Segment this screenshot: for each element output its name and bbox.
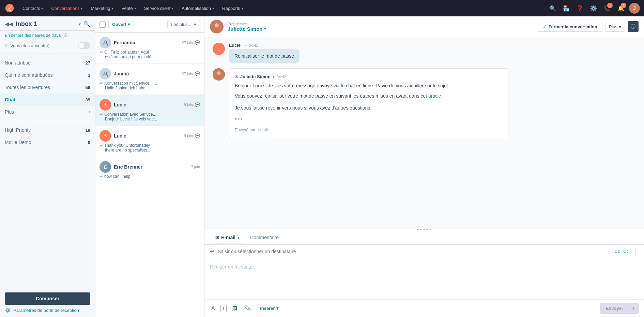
sidebar-dropdown-icon[interactable]: ▾ (79, 22, 81, 27)
notification-bell: 🔔 2 (615, 3, 626, 14)
attachment-button[interactable]: 📎 (243, 304, 252, 313)
sidebar-item-non-attribue[interactable]: Non attribué 27 (0, 57, 95, 69)
conv-avatar-janina (99, 68, 111, 80)
lucie-message-avatar: L (213, 43, 225, 55)
nav-rapports[interactable]: Rapports ▾ (219, 4, 247, 13)
email-icon: ✉ (235, 74, 238, 79)
sidebar-item-high-priority[interactable]: High Priority 18 (0, 124, 95, 136)
conv-item-lucie-2[interactable]: Lucie 9 juin 💬 ↩ Thank you. Unfortunatel… (95, 126, 204, 157)
conversation-items: Fernanda 27 juin 💬 ↩ Oi! Feliz por ajuda… (95, 33, 204, 317)
conversations-chevron-icon: ▾ (81, 6, 82, 10)
owner-label: Propriétaire (228, 22, 534, 26)
message-juliette-outgoing: ✉ Juliette Simon ▾ 04:42 Bonjour Lucie !… (213, 68, 636, 138)
sidebar-item-qui-me-sont[interactable]: Qui me sont attribuées 3 (0, 69, 95, 81)
sidebar-item-plus[interactable]: Plus › (0, 106, 95, 118)
store-button[interactable]: 🏪 (561, 3, 572, 14)
nav-automatisation[interactable]: Automatisation ▾ (178, 4, 217, 13)
text-style-button[interactable]: T (220, 305, 227, 312)
owner-name[interactable]: Juliette Simon ▾ (228, 26, 534, 32)
sidebar-section-divider (5, 121, 90, 121)
filter-button[interactable]: Ouvert ▾ (108, 20, 134, 29)
absent-row: Vous êtes absent(e) (0, 40, 95, 52)
message-lucie-incoming: L Lucie ⇒ 04:41 Réinitialiser le mot de … (213, 43, 636, 63)
user-avatar[interactable]: J (629, 3, 640, 14)
compose-button[interactable]: Composer (5, 292, 90, 305)
svg-point-4 (105, 103, 106, 105)
juliette-email-body: Bonjour Lucie ! Je vois votre message en… (235, 82, 503, 124)
sidebar-item-chat[interactable]: Chat 39 (0, 93, 95, 106)
conv-item-fernanda[interactable]: Fernanda 27 juin 💬 ↩ Oi! Feliz por ajuda… (95, 33, 204, 64)
send-button[interactable]: Envoyer (600, 303, 629, 314)
marketing-chevron-icon: ▾ (112, 6, 113, 10)
chat-icon-lucie-1: 💬 (195, 102, 200, 107)
sort-chevron-icon: ▾ (194, 22, 196, 27)
compose-recipient-row: ↩ Cc Cci ⋮ (204, 245, 644, 258)
subtitle-info-icon[interactable]: ⓘ (64, 33, 67, 38)
search-button[interactable]: 🔍 (547, 3, 558, 14)
sidebar-divider-1 (0, 54, 95, 54)
settings-button[interactable]: ⚙️ (588, 3, 599, 14)
article-link[interactable]: article (428, 93, 441, 99)
help-button[interactable]: ❓ (574, 3, 585, 14)
reply-icon: ↩ (210, 248, 214, 255)
nav-service-client[interactable]: Service client ▾ (141, 4, 177, 13)
sidebar-search-button[interactable]: 🔍 (83, 21, 90, 27)
conv-list-header: Ouvert ▾ Les plus ... ▾ (95, 16, 204, 33)
send-area: Envoyer ▾ (600, 303, 639, 314)
chat-icon-fernanda: 💬 (195, 40, 200, 45)
sidebar-item-mollie-demo[interactable]: Mollie Demo 0 (0, 136, 95, 148)
compose-more-options-icon[interactable]: ⋮ (633, 248, 639, 255)
text-format-button[interactable]: A (210, 304, 216, 313)
conv-item-lucie-1[interactable]: Lucie 9 juin 💬 ↩ Conversation avec Seriv… (95, 95, 204, 126)
svg-point-6 (105, 134, 106, 136)
juliette-avatar (210, 20, 224, 33)
compose-tab-email[interactable]: ✉ E-mail ▾ (210, 231, 245, 244)
send-dropdown-button[interactable]: ▾ (629, 303, 639, 314)
sort-button[interactable]: Les plus ... ▾ (167, 20, 200, 29)
email-expand-dots[interactable]: ••• (235, 114, 503, 124)
vente-chevron-icon: ▾ (134, 6, 136, 10)
info-button[interactable]: ⓘ (628, 21, 639, 32)
nav-marketing[interactable]: Marketing ▾ (87, 4, 117, 13)
image-button[interactable]: 🖼 (231, 304, 239, 313)
nav-contacts[interactable]: Contacts ▾ (19, 4, 46, 13)
insert-chevron-icon: ▾ (276, 306, 279, 311)
select-all-checkbox[interactable] (99, 21, 106, 28)
conversation-header-actions: ✓ Fermer la conversation Plus ▾ ⓘ (538, 21, 639, 32)
conv-item-eric[interactable]: E Eric Brenner 7 juin ↩ how can i help (95, 157, 204, 183)
sidebar-nav: Non attribué 27 Qui me sont attribuées 3… (0, 55, 95, 288)
sidebar-item-toutes-ouvertures[interactable]: Toutes les ouvertures 56 (0, 81, 95, 93)
insert-button[interactable]: Insérer ▾ (257, 304, 282, 312)
back-button[interactable]: ◀◀ (5, 21, 13, 27)
juliette-message-avatar (213, 68, 225, 81)
sidebar-header: ◀◀ Inbox 1 ▾ 🔍 (0, 16, 95, 31)
hubspot-logo[interactable] (4, 3, 15, 14)
owner-name-chevron-icon: ▾ (264, 27, 266, 31)
chat-icon-janina: 💬 (195, 71, 200, 76)
absent-dot-icon (5, 44, 7, 47)
compose-tabs: ✉ E-mail ▾ Commentaire (204, 231, 644, 245)
conversation-list: Ouvert ▾ Les plus ... ▾ (95, 16, 204, 317)
juliette-email-content: ✉ Juliette Simon ▾ 04:42 Bonjour Lucie !… (229, 68, 508, 138)
main-layout: ◀◀ Inbox 1 ▾ 🔍 En dehors des heures de t… (0, 16, 644, 317)
main-content: Propriétaire Juliette Simon ▾ ✓ Fermer l… (204, 16, 644, 317)
more-button[interactable]: Plus ▾ (605, 22, 625, 32)
nav-vente[interactable]: Vente ▾ (118, 4, 139, 13)
compose-tab-commentaire[interactable]: Commentaire (245, 231, 284, 244)
conv-avatar-lucie-1 (99, 99, 111, 111)
svg-point-10 (217, 71, 220, 75)
conv-item-janina[interactable]: Janina 27 juin 💬 ↩ Konversation mit Seri… (95, 64, 204, 95)
conversation-header: Propriétaire Juliette Simon ▾ ✓ Fermer l… (204, 16, 644, 37)
settings-link[interactable]: ⚙️ Paramètres de boîte de réception (5, 305, 90, 313)
cc-button[interactable]: Cc (614, 249, 620, 254)
email-tab-icon: ✉ (215, 235, 219, 240)
sidebar: ◀◀ Inbox 1 ▾ 🔍 En dehors des heures de t… (0, 16, 95, 317)
absent-toggle[interactable] (78, 42, 90, 49)
cci-button[interactable]: Cci (623, 249, 630, 254)
compose-body[interactable]: Rédiger un message (204, 258, 644, 299)
service-client-chevron-icon: ▾ (172, 6, 173, 10)
recipient-input[interactable] (218, 249, 611, 254)
more-chevron-icon: ▾ (619, 24, 621, 29)
close-conversation-button[interactable]: ✓ Fermer la conversation (538, 22, 602, 32)
nav-conversations[interactable]: Conversations ▾ (48, 4, 86, 13)
